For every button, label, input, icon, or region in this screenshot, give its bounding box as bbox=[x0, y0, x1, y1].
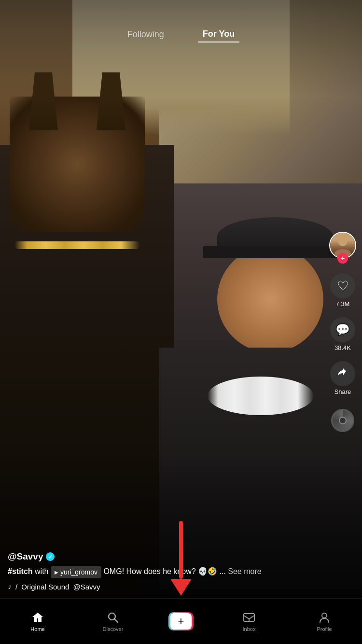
heart-icon: ♡ bbox=[337, 278, 349, 294]
plus-button-inner: + bbox=[170, 613, 192, 630]
nav-item-inbox[interactable]: Inbox bbox=[220, 611, 278, 632]
see-more-button[interactable]: See more bbox=[228, 567, 261, 575]
stitch-username: yuri_gromov bbox=[60, 567, 97, 577]
share-button[interactable] bbox=[330, 361, 355, 386]
dog-chain bbox=[14, 241, 140, 249]
person-face bbox=[217, 246, 323, 352]
username-row: @Savvy ✓ bbox=[8, 551, 307, 562]
create-button[interactable]: + bbox=[168, 612, 194, 630]
share-icon bbox=[336, 367, 349, 380]
person-cap-brim bbox=[203, 246, 348, 258]
bottom-navigation: Home Discover + Inbox Profile bbox=[0, 598, 362, 644]
music-author[interactable]: @Savvy bbox=[73, 583, 100, 591]
username-text[interactable]: @Savvy bbox=[8, 551, 43, 562]
stitch-user-tag[interactable]: ▶ yuri_gromov bbox=[51, 566, 101, 578]
tab-following[interactable]: Following bbox=[123, 27, 169, 42]
arrow-head bbox=[170, 579, 192, 596]
share-action[interactable]: Share bbox=[330, 361, 355, 395]
nav-item-create[interactable]: + bbox=[159, 612, 203, 630]
svg-point-4 bbox=[322, 613, 327, 618]
nav-item-profile[interactable]: Profile bbox=[295, 611, 353, 632]
music-disc-inner bbox=[339, 417, 347, 424]
verified-badge: ✓ bbox=[46, 552, 55, 561]
comment-action[interactable]: 💬 38.4K bbox=[330, 317, 355, 351]
profile-icon bbox=[318, 611, 331, 624]
verified-check-icon: ✓ bbox=[48, 554, 53, 560]
top-navigation: Following For You bbox=[0, 27, 362, 42]
search-icon bbox=[106, 611, 120, 624]
comment-button[interactable]: 💬 bbox=[330, 317, 355, 342]
arrow-shaft bbox=[179, 521, 183, 579]
music-text[interactable]: Original Sound bbox=[21, 583, 69, 591]
share-label: Share bbox=[334, 388, 351, 395]
red-arrow-indicator bbox=[170, 521, 192, 596]
music-note-icon: ♪ bbox=[8, 582, 12, 591]
person-necklace bbox=[208, 377, 314, 415]
svg-line-1 bbox=[114, 619, 118, 622]
description-text: OMG! How does he know? 💀🤣 ... bbox=[103, 567, 228, 575]
stitch-with-text: with bbox=[35, 567, 51, 575]
follow-button[interactable]: + bbox=[337, 253, 348, 264]
music-slash: / bbox=[15, 583, 17, 591]
comment-icon: 💬 bbox=[335, 323, 350, 336]
home-label: Home bbox=[30, 626, 44, 632]
video-description: #stitch with ▶ yuri_gromov OMG! How does… bbox=[8, 566, 307, 578]
dog-head bbox=[10, 97, 145, 232]
like-button[interactable]: ♡ bbox=[330, 273, 355, 298]
inbox-icon bbox=[242, 611, 256, 624]
music-row: ♪ / Original Sound @Savvy bbox=[8, 582, 307, 591]
music-disc[interactable] bbox=[331, 409, 354, 432]
nav-item-home[interactable]: Home bbox=[9, 611, 67, 632]
top-gradient-overlay bbox=[0, 0, 362, 97]
home-icon bbox=[31, 611, 44, 624]
comments-count: 38.4K bbox=[334, 344, 351, 351]
like-action[interactable]: ♡ 7.3M bbox=[330, 273, 355, 308]
creator-avatar[interactable]: + bbox=[329, 232, 356, 259]
right-sidebar-actions: + ♡ 7.3M 💬 38.4K Share bbox=[329, 232, 356, 432]
tab-for-you[interactable]: For You bbox=[198, 27, 239, 42]
play-icon: ▶ bbox=[55, 569, 58, 576]
hashtag-stitch[interactable]: #stitch bbox=[8, 567, 33, 575]
plus-icon: + bbox=[178, 615, 184, 628]
likes-count: 7.3M bbox=[336, 300, 350, 308]
inbox-label: Inbox bbox=[243, 626, 256, 632]
nav-item-discover[interactable]: Discover bbox=[84, 611, 142, 632]
discover-label: Discover bbox=[103, 626, 124, 632]
video-info: @Savvy ✓ #stitch with ▶ yuri_gromov OMG!… bbox=[8, 551, 307, 591]
profile-label: Profile bbox=[317, 626, 332, 632]
